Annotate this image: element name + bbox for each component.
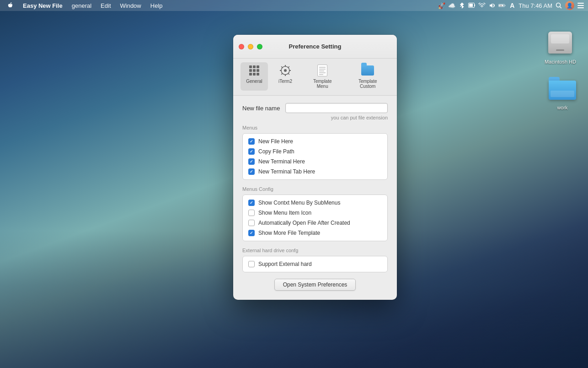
show-context-menu-label: Show Contxt Menu By SubMenus (258, 200, 340, 206)
work-folder-label: work (557, 105, 567, 110)
svg-text:75%: 75% (500, 5, 502, 7)
work-folder-image (548, 74, 577, 103)
edit-menu[interactable]: Edit (97, 0, 114, 11)
external-hard-section: External hard drive confg Support Extern… (242, 248, 388, 272)
menubar-right: 🚀 ☁️ (438, 1, 584, 10)
svg-line-1 (460, 5, 462, 7)
new-terminal-tab-here-label: New Terminal Tab Here (258, 168, 315, 175)
apple-menu[interactable] (4, 0, 17, 11)
new-file-here-checkbox[interactable] (248, 138, 255, 145)
open-system-preferences-button[interactable]: Open System Preferences (274, 279, 356, 291)
copy-file-path-row: Copy File Path (248, 148, 382, 155)
menus-section-title: Menus (242, 125, 388, 130)
new-file-here-row: New File Here (248, 138, 382, 145)
menus-section: Menus New File Here Copy File Path New T… (242, 125, 388, 180)
preference-window: Preference Setting General (233, 35, 397, 300)
hd-icon-label: Macintosh HD (545, 59, 576, 65)
copy-file-path-checkbox[interactable] (248, 148, 255, 155)
window-buttons (239, 44, 262, 49)
svg-rect-3 (475, 5, 476, 6)
show-menu-item-icon-checkbox[interactable] (248, 210, 255, 216)
new-file-name-input[interactable] (285, 103, 388, 113)
rocket-icon[interactable]: 🚀 (438, 2, 445, 9)
template-menu-icon (316, 64, 329, 77)
menu-icon[interactable] (577, 2, 584, 9)
svg-rect-6 (505, 5, 505, 6)
show-more-file-template-checkbox[interactable] (248, 230, 255, 236)
wifi-icon[interactable] (478, 2, 486, 9)
svg-line-20 (282, 67, 283, 68)
show-context-menu-row: Show Contxt Menu By SubMenus (248, 200, 382, 206)
menubar-left: Easy New File general Edit Window Help (4, 0, 166, 11)
window-content: New file name you can put file extension… (233, 96, 397, 300)
cloud-icon[interactable]: ☁️ (448, 2, 455, 9)
svg-rect-12 (577, 5, 584, 6)
svg-line-23 (282, 73, 283, 74)
tab-template-custom[interactable]: Template Custom (346, 62, 390, 91)
search-icon[interactable] (555, 2, 562, 9)
work-folder-icon[interactable]: work (545, 71, 580, 113)
new-terminal-here-checkbox[interactable] (248, 158, 255, 165)
menus-config-section: Menus Config Show Contxt Menu By SubMenu… (242, 186, 388, 241)
general-icon (248, 64, 261, 77)
svg-line-10 (560, 7, 562, 9)
volume-icon[interactable] (488, 2, 496, 9)
minimize-button[interactable] (248, 44, 253, 49)
menus-section-box: New File Here Copy File Path New Termina… (242, 133, 388, 180)
svg-point-15 (284, 69, 287, 72)
menubar-time: Thu 7:46 AM (519, 2, 552, 9)
auto-open-file-checkbox[interactable] (248, 220, 255, 226)
external-hard-section-title: External hard drive confg (242, 248, 388, 253)
svg-line-21 (288, 73, 289, 74)
toolbar: General iTerm2 (233, 59, 397, 96)
bluetooth-icon[interactable] (458, 2, 465, 9)
iterm2-tab-label: iTerm2 (278, 79, 292, 84)
menus-config-section-box: Show Contxt Menu By SubMenus Show Menu I… (242, 195, 388, 241)
file-menu[interactable]: general (68, 0, 95, 11)
titlebar: Preference Setting (233, 35, 397, 59)
show-menu-item-icon-row: Show Menu Item Icon (248, 210, 382, 216)
battery-icon[interactable]: 75% (498, 2, 506, 9)
tab-template-menu[interactable]: Template Menu (303, 62, 342, 91)
auto-open-file-label: Automatically Open File After Created (258, 220, 350, 226)
window-menu[interactable]: Window (117, 0, 145, 11)
window-title: Preference Setting (289, 43, 342, 50)
show-more-file-template-label: Show More File Template (258, 230, 320, 236)
support-external-hard-label: Support External hard (258, 261, 312, 267)
svg-rect-13 (577, 7, 584, 8)
new-terminal-tab-here-checkbox[interactable] (248, 168, 255, 175)
battery-monitor-icon[interactable] (468, 2, 476, 9)
svg-rect-4 (469, 4, 473, 7)
show-more-file-template-row: Show More File Template (248, 230, 382, 236)
font-icon[interactable]: A (508, 2, 516, 9)
menus-config-section-title: Menus Config (242, 186, 388, 192)
tab-general[interactable]: General (241, 62, 268, 91)
general-tab-label: General (246, 79, 262, 84)
svg-rect-11 (577, 3, 584, 4)
new-terminal-here-row: New Terminal Here (248, 158, 382, 165)
hd-icon-image (545, 28, 575, 57)
support-external-hard-checkbox[interactable] (248, 261, 255, 267)
auto-open-file-row: Automatically Open File After Created (248, 220, 382, 226)
help-menu[interactable]: Help (147, 0, 166, 11)
show-context-menu-checkbox[interactable] (248, 200, 255, 206)
template-custom-icon (361, 64, 374, 77)
tab-iterm2[interactable]: iTerm2 (272, 62, 299, 91)
menubar: Easy New File general Edit Window Help 🚀… (0, 0, 588, 11)
new-file-here-label: New File Here (258, 138, 293, 145)
app-name-menu[interactable]: Easy New File (19, 0, 66, 11)
svg-line-22 (288, 67, 289, 68)
new-terminal-tab-here-row: New Terminal Tab Here (248, 168, 382, 175)
external-hard-section-box: Support External hard (242, 256, 388, 272)
maximize-button[interactable] (257, 44, 262, 49)
show-menu-item-icon-label: Show Menu Item Icon (258, 210, 311, 216)
iterm2-icon (279, 64, 292, 77)
close-button[interactable] (239, 44, 244, 49)
new-file-name-row: New file name (242, 103, 388, 113)
template-menu-tab-label: Template Menu (307, 79, 337, 89)
macintosh-hd-icon[interactable]: Macintosh HD (542, 25, 579, 67)
new-terminal-here-label: New Terminal Here (258, 158, 305, 165)
template-custom-tab-label: Template Custom (350, 79, 385, 89)
user-icon[interactable]: 👤 (565, 1, 574, 10)
svg-point-9 (556, 3, 561, 7)
